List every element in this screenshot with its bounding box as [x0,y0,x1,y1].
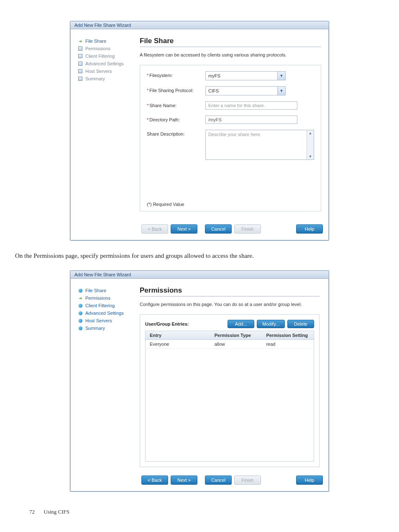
required-star-icon: * [147,117,148,122]
required-note: (*) Required Value [147,202,184,207]
description-textarea[interactable] [206,130,307,159]
wizard-title: Add New File Share Wizard [74,23,131,28]
done-dot-icon [78,303,83,308]
panel-title: File Share [140,37,321,45]
wizard-titlebar: Add New File Share Wizard [70,21,329,29]
scroll-up-icon[interactable]: ▲ [309,131,312,135]
table-body: Everyone allow read [146,340,314,461]
cell-entry: Everyone [146,340,210,348]
done-dot-icon [78,326,83,331]
field-label: *File Sharing Protocol: [147,86,205,93]
instruction-text: On the Permissions page, specify permiss… [15,252,386,260]
field-label: *Directory Path: [147,116,205,122]
wizard-body: ➔ File Share Permissions Client Filterin… [70,29,329,220]
square-icon [78,76,83,81]
share-name-input[interactable] [205,101,297,110]
step-label: File Share [85,39,106,44]
done-dot-icon [78,288,83,293]
description-textarea-wrap: ▲ ▼ [205,130,314,160]
square-icon [78,61,83,66]
step-advanced-settings[interactable]: Advanced Settings [78,311,136,316]
step-summary[interactable]: Summary [78,326,136,331]
scrollbar[interactable]: ▲ ▼ [307,130,314,159]
protocol-input[interactable] [206,87,277,95]
step-label: Advanced Settings [85,61,124,66]
wizard-title: Add New File Share Wizard [74,272,131,277]
page-section: Using CIFS [43,509,69,515]
next-button[interactable]: Next > [171,475,197,485]
step-file-share[interactable]: File Share [78,288,136,293]
step-advanced-settings[interactable]: Advanced Settings [78,61,136,66]
entries-header: User/Group Entries: Add... Modify... Del… [145,320,314,328]
panel-description: A filesystem can be accessed by clients … [140,52,321,57]
wizard-titlebar: Add New File Share Wizard [70,271,329,279]
finish-button: Finish [234,224,261,234]
wizard-steps: File Share ➔ Permissions Client Filterin… [76,285,136,467]
wizard-body: File Share ➔ Permissions Client Filterin… [70,279,329,471]
table-header: Entry Permission Type Permission Setting [146,331,314,340]
step-label: File Share [85,288,106,293]
directory-path-input[interactable] [205,116,297,124]
add-button[interactable]: Add... [228,320,254,328]
field-directory-path: *Directory Path: [147,116,314,124]
wizard-footer: < Back Next > Cancel Finish Help [70,471,329,491]
col-entry: Entry [146,331,210,339]
step-client-filtering[interactable]: Client Filtering [78,54,136,59]
field-label: Share Description: [147,130,205,136]
next-button[interactable]: Next > [171,224,197,234]
step-label: Summary [85,326,105,331]
field-filesystem: *Filesystem: ▼ [147,71,314,80]
step-label: Advanced Settings [85,311,124,316]
required-star-icon: * [147,88,148,93]
field-label: *Filesystem: [147,71,205,78]
required-star-icon: * [147,73,148,78]
finish-button: Finish [234,475,261,485]
step-label: Permissions [85,46,110,51]
panel-title: Permissions [140,286,320,295]
chevron-down-icon[interactable]: ▼ [277,72,285,80]
field-share-name: *Share Name: [147,101,314,110]
step-label: Host Servers [85,69,112,74]
help-button[interactable]: Help [296,475,323,485]
cancel-button[interactable]: Cancel [205,224,232,234]
step-host-servers[interactable]: Host Servers [78,318,136,323]
wizard-file-share: Add New File Share Wizard ➔ File Share P… [70,21,329,241]
done-dot-icon [78,311,83,316]
title-rule [140,46,321,47]
cell-type: allow [210,340,262,348]
step-file-share[interactable]: ➔ File Share [78,39,136,44]
col-permission-setting: Permission Setting [262,331,314,339]
panel-description: Configure permissions on this page. You … [140,302,320,307]
step-permissions[interactable]: Permissions [78,46,136,51]
help-button[interactable]: Help [296,224,323,234]
scroll-down-icon[interactable]: ▼ [309,154,312,159]
back-button[interactable]: < Back [141,475,168,485]
arrow-icon: ➔ [78,39,83,44]
square-icon [78,69,83,74]
square-icon [78,46,83,51]
wizard-footer: < Back Next > Cancel Finish Help [70,220,329,240]
step-host-servers[interactable]: Host Servers [78,69,136,74]
delete-button[interactable]: Delete [287,320,314,328]
cancel-button[interactable]: Cancel [205,475,232,485]
step-client-filtering[interactable]: Client Filtering [78,303,136,308]
step-permissions[interactable]: ➔ Permissions [78,296,136,301]
col-permission-type: Permission Type [210,331,262,339]
table-row[interactable]: Everyone allow read [146,340,314,349]
filesystem-combo[interactable]: ▼ [205,71,286,80]
step-label: Client Filtering [85,54,115,59]
protocol-combo[interactable]: ▼ [205,86,286,95]
entries-label: User/Group Entries: [145,321,225,326]
step-summary[interactable]: Summary [78,76,136,81]
chevron-down-icon[interactable]: ▼ [277,87,285,95]
form-box: *Filesystem: ▼ *File Sharing Protocol: ▼ [140,65,321,211]
cell-setting: read [262,340,314,348]
filesystem-input[interactable] [206,72,277,80]
page-number: 72 [29,509,35,515]
wizard-steps: ➔ File Share Permissions Client Filterin… [76,36,136,216]
square-icon [78,54,83,59]
page-footer: 72 Using CIFS [13,509,386,515]
form-box: User/Group Entries: Add... Modify... Del… [140,314,320,467]
step-label: Client Filtering [85,303,115,308]
modify-button[interactable]: Modify... [257,320,285,328]
